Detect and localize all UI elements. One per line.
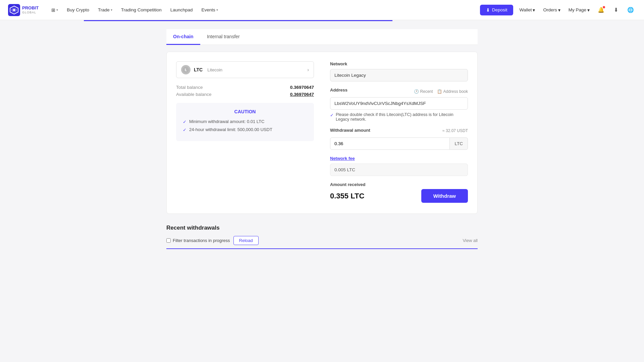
address-actions: 🕐 Recent 📋 Address book xyxy=(414,89,468,94)
network-input xyxy=(330,69,468,81)
available-balance-row: Available balance 0.36970647 xyxy=(176,92,314,97)
amount-input-wrap xyxy=(330,137,450,150)
view-all-link[interactable]: View all xyxy=(463,238,478,243)
wallet-chevron-icon: ▾ xyxy=(533,7,535,13)
globe-icon: 🌐 xyxy=(627,7,634,13)
recent-withdrawals-section: Recent withdrawals Filter transactions i… xyxy=(166,225,478,249)
brand-name: PROBIT xyxy=(22,6,39,10)
deposit-icon: ⬇ xyxy=(486,7,490,13)
deposit-button[interactable]: ⬇ Deposit xyxy=(480,5,514,15)
network-fee-link[interactable]: Network fee xyxy=(330,156,355,161)
nav-menu: ⊞ ▾ Buy Crypto Trade ▾ Trading Competiti… xyxy=(48,5,480,15)
address-label: Address xyxy=(330,87,347,93)
amount-currency: LTC xyxy=(450,137,468,150)
download-button[interactable]: ⬇ xyxy=(610,5,621,15)
tab-internal-transfer[interactable]: Internal transfer xyxy=(200,29,247,45)
nav-grid[interactable]: ⊞ ▾ xyxy=(48,5,61,15)
nav-trading-competition[interactable]: Trading Competition xyxy=(118,5,165,14)
network-fee-section: Network fee 0.005 LTC xyxy=(330,156,468,176)
caution-item-0: ✓ Minimum withdrawal amount: 0.01 LTC xyxy=(183,119,307,124)
recent-link[interactable]: 🕐 Recent xyxy=(414,89,433,94)
coin-logo: Ł xyxy=(181,65,191,74)
recent-title: Recent withdrawals xyxy=(166,225,478,231)
filter-row: Filter transactions in progress Reload xyxy=(166,236,259,245)
clock-icon: 🕐 xyxy=(414,89,419,94)
coin-info: Ł LTC Litecoin xyxy=(181,65,222,74)
withdrawal-amount-label: Withdrawal amount xyxy=(330,128,370,133)
right-panel: Network Address 🕐 Recent 📋 Address book xyxy=(330,61,468,203)
download-icon: ⬇ xyxy=(614,7,618,13)
recent-divider xyxy=(166,248,478,249)
fee-display: 0.005 LTC xyxy=(330,164,468,176)
amount-input[interactable] xyxy=(330,137,450,150)
coin-name: Litecoin xyxy=(207,67,222,72)
withdrawal-amount-section: Withdrawal amount ≈ 32.07 USDT LTC xyxy=(330,128,468,150)
brand-sub: GLOBAL xyxy=(22,11,39,14)
svg-text:Ł: Ł xyxy=(185,68,187,72)
tab-on-chain[interactable]: On-chain xyxy=(166,29,200,45)
check-icon-1: ✓ xyxy=(183,127,186,132)
page-content: On-chain Internal transfer Ł LTC Litec xyxy=(161,21,483,262)
orders-chevron-icon: ▾ xyxy=(558,7,560,13)
nav-buy-crypto[interactable]: Buy Crypto xyxy=(63,5,93,14)
received-row: 0.355 LTC Withdraw xyxy=(330,189,468,203)
logo[interactable]: PROBIT GLOBAL xyxy=(8,4,39,16)
network-fee-label-row: Network fee xyxy=(330,156,468,161)
available-balance-label: Available balance xyxy=(176,92,212,97)
tabs-bar: On-chain Internal transfer xyxy=(166,29,478,45)
coin-selector-chevron-icon: › xyxy=(307,67,309,72)
left-panel: Ł LTC Litecoin › Total balance 0.3697064… xyxy=(176,61,314,203)
available-balance-value[interactable]: 0.36970647 xyxy=(290,92,314,97)
grid-chevron-icon: ▾ xyxy=(56,8,58,12)
coin-selector[interactable]: Ł LTC Litecoin › xyxy=(176,61,314,78)
total-balance-label: Total balance xyxy=(176,85,203,90)
navbar-right: ⬇ Deposit Wallet ▾ Orders ▾ My Page ▾ 🔔 … xyxy=(480,5,636,15)
recent-controls: Filter transactions in progress Reload V… xyxy=(166,236,478,245)
received-amount: 0.355 LTC xyxy=(330,192,364,200)
mypage-chevron-icon: ▾ xyxy=(587,7,590,13)
total-balance-value: 0.36970647 xyxy=(290,85,314,90)
language-button[interactable]: 🌐 xyxy=(625,5,636,15)
coin-ticker: LTC xyxy=(194,67,203,72)
withdraw-button[interactable]: Withdraw xyxy=(421,189,468,203)
grid-icon: ⊞ xyxy=(51,7,55,13)
trade-chevron-icon: ▾ xyxy=(111,8,112,12)
amount-row: LTC xyxy=(330,137,468,150)
notification-button[interactable]: 🔔 xyxy=(596,5,606,15)
reload-button[interactable]: Reload xyxy=(233,236,259,245)
wallet-nav-item[interactable]: Wallet ▾ xyxy=(517,6,537,14)
filter-checkbox[interactable] xyxy=(166,238,171,243)
mypage-nav-item[interactable]: My Page ▾ xyxy=(567,6,592,14)
svg-point-3 xyxy=(13,9,15,11)
nav-launchpad[interactable]: Launchpad xyxy=(167,5,196,14)
address-field-row: Address 🕐 Recent 📋 Address book xyxy=(330,87,468,95)
book-icon: 📋 xyxy=(437,89,442,94)
caution-title: CAUTION xyxy=(183,109,307,114)
main-card: Ł LTC Litecoin › Total balance 0.3697064… xyxy=(166,52,478,214)
caution-item-1: ✓ 24-hour withdrawal limit: 500,000.00 U… xyxy=(183,127,307,132)
verify-note: ✓ Please double check if this Litecoin(L… xyxy=(330,112,468,122)
orders-nav-item[interactable]: Orders ▾ xyxy=(541,6,562,14)
address-input[interactable] xyxy=(330,97,468,110)
network-label: Network xyxy=(330,61,468,66)
amount-received-label: Amount received xyxy=(330,182,468,187)
bell-icon: 🔔 xyxy=(598,7,604,13)
approx-value: ≈ 32.07 USDT xyxy=(442,128,468,133)
filter-checkbox-label[interactable]: Filter transactions in progress xyxy=(166,238,230,243)
address-book-link[interactable]: 📋 Address book xyxy=(437,89,468,94)
nav-trade[interactable]: Trade ▾ xyxy=(95,5,116,14)
events-chevron-icon: ▾ xyxy=(216,8,218,12)
nav-events[interactable]: Events ▾ xyxy=(198,5,221,14)
total-balance-row: Total balance 0.36970647 xyxy=(176,85,314,90)
check-icon-0: ✓ xyxy=(183,119,186,124)
caution-box: CAUTION ✓ Minimum withdrawal amount: 0.0… xyxy=(176,103,314,141)
verify-check-icon: ✓ xyxy=(330,113,334,118)
navbar: PROBIT GLOBAL ⊞ ▾ Buy Crypto Trade ▾ Tra… xyxy=(0,0,644,20)
